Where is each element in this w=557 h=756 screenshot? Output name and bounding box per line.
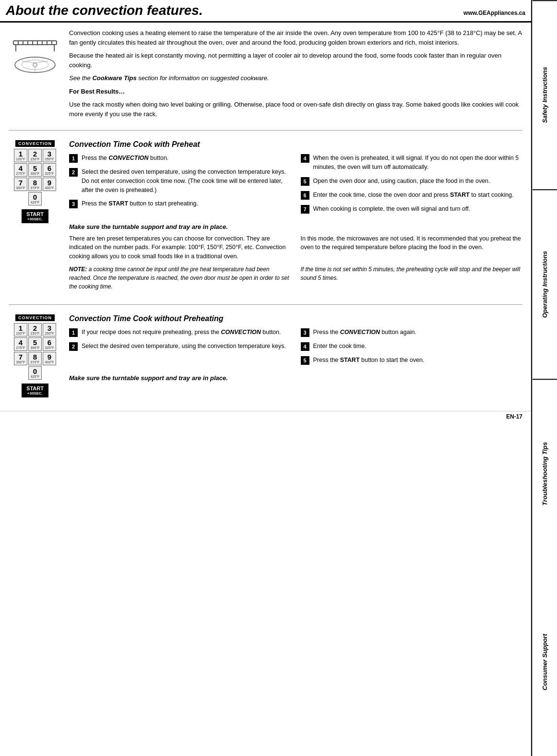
key-0[interactable]: 0 425°F	[28, 192, 42, 205]
convection-label-1: CONVECTION	[15, 140, 55, 147]
key-5[interactable]: 5 300°F	[28, 163, 42, 177]
key2-0[interactable]: 0 425°F	[28, 366, 42, 380]
key-1[interactable]: 1 100°F	[14, 149, 27, 162]
page-number: EN-17	[506, 413, 522, 420]
key2-8[interactable]: 8 375°F	[28, 352, 42, 365]
step2-5: 5 Press the START button to start the ov…	[301, 356, 523, 365]
step-text-5: Open the oven door and, using caution, p…	[313, 177, 523, 186]
start-sub-1: +30SEC.	[26, 217, 44, 221]
key2-2[interactable]: 2 150°F	[28, 323, 42, 336]
for-best-results-text: Use the rack mostly when doing two level…	[69, 100, 522, 119]
note-left-text-1: a cooking time cannot be input until the…	[69, 266, 289, 290]
intro-p2: Because the heated air is kept constantl…	[69, 51, 522, 70]
step-num-1: 1	[69, 154, 78, 163]
step-text-7: When cooking is complete, the oven will …	[313, 204, 523, 214]
right-sidebar: Safety Instructions Operating Instructio…	[532, 0, 557, 756]
step-6: 6 Enter the cook time, close the oven do…	[301, 191, 523, 200]
step-num-7: 7	[301, 205, 309, 214]
content-body: Convection cooking uses a heating elemen…	[0, 23, 531, 407]
key-6[interactable]: 6 325°F	[43, 163, 56, 177]
step2-4: 4 Enter the cook time.	[301, 342, 523, 351]
cookware-tips-note: See the Cookware Tips section for inform…	[69, 73, 522, 83]
steps-col-right-2: 3 Press the CONVECTION button again. 4 E…	[301, 328, 523, 370]
steps-columns-1: 1 Press the CONVECTION button. 2 Select …	[69, 154, 522, 218]
svg-point-13	[33, 63, 37, 67]
key-8[interactable]: 8 375°F	[28, 178, 42, 191]
step-7: 7 When cooking is complete, the oven wil…	[301, 204, 523, 214]
step2-num-5: 5	[301, 356, 309, 365]
key2-4[interactable]: 4 275°F	[14, 337, 27, 351]
page-footer: EN-17	[0, 411, 531, 422]
step-2: 2 Select the desired oven temperature, u…	[69, 168, 291, 194]
step-text-2: Select the desired oven temperature, usi…	[82, 168, 291, 194]
key2-7[interactable]: 7 350°F	[14, 352, 27, 365]
keypad-panel-1: CONVECTION 1 100°F 2 150°F 3	[9, 140, 61, 295]
keypad-panel-2: CONVECTION 1 100°F 2 150°F 3 250°F	[9, 314, 61, 397]
start-label-1: START	[26, 211, 44, 217]
info-col-left-1: There are ten preset temperatures you ca…	[69, 234, 291, 261]
key2-6[interactable]: 6 325°F	[43, 337, 56, 351]
for-best-results-heading: For Best Results…	[69, 87, 522, 96]
note-label-1: NOTE:	[69, 266, 87, 273]
step2-text-2: Select the desired oven temperature, usi…	[82, 342, 291, 351]
steps-columns-2: 1 If your recipe does not require prehea…	[69, 328, 522, 370]
intro-section: Convection cooking uses a heating elemen…	[9, 28, 522, 122]
key-3[interactable]: 3 250°F	[43, 149, 56, 162]
turntable-notice-1: Make sure the turntable support and tray…	[69, 223, 522, 230]
step2-text-1: If your recipe does not require preheati…	[82, 328, 291, 337]
sidebar-troubleshooting: Troubleshooting Tips	[533, 379, 557, 568]
step-text-4: When the oven is preheated, it will sign…	[313, 154, 523, 172]
convection-label-2: CONVECTION	[15, 314, 55, 321]
step-text-6: Enter the cook time, close the oven door…	[313, 191, 523, 200]
step2-num-4: 4	[301, 342, 309, 351]
key2-5[interactable]: 5 300°F	[28, 337, 42, 351]
start-button-1[interactable]: START +30SEC.	[22, 209, 48, 223]
start-label-2: START	[26, 385, 44, 391]
intro-text: Convection cooking uses a heating elemen…	[69, 28, 522, 122]
start-button-2[interactable]: START +30SEC.	[22, 384, 48, 397]
step-1: 1 Press the CONVECTION button.	[69, 154, 291, 163]
step-text-3: Press the START button to start preheati…	[82, 199, 291, 208]
steps-col-right-1: 4 When the oven is preheated, it will si…	[301, 154, 523, 218]
section2-convection: CONVECTION 1 100°F 2 150°F 3 250°F	[9, 311, 522, 401]
step2-text-5: Press the START button to start the oven…	[313, 356, 523, 365]
website-url: www.GEAppliances.ca	[463, 10, 525, 16]
oven-rack-svg	[11, 32, 59, 75]
sidebar-safety: Safety Instructions	[533, 0, 557, 189]
steps-col-left-1: 1 Press the CONVECTION button. 2 Select …	[69, 154, 291, 218]
section-divider-1	[9, 130, 522, 131]
steps-col-left-2: 1 If your recipe does not require prehea…	[69, 328, 291, 370]
step-3: 3 Press the START button to start prehea…	[69, 199, 291, 208]
info-columns-1: There are ten preset temperatures you ca…	[69, 234, 522, 261]
start-sub-2: +30SEC.	[26, 391, 44, 396]
step2-text-3: Press the CONVECTION button again.	[313, 328, 523, 337]
step-4: 4 When the oven is preheated, it will si…	[301, 154, 523, 172]
step2-2: 2 Select the desired oven temperature, u…	[69, 342, 291, 351]
key-7[interactable]: 7 350°F	[14, 178, 27, 191]
key2-9[interactable]: 9 400°F	[43, 352, 56, 365]
step2-text-4: Enter the cook time.	[313, 342, 523, 351]
step2-num-3: 3	[301, 328, 309, 337]
key-2[interactable]: 2 150°F	[28, 149, 42, 162]
sidebar-consumer: Consumer Support	[533, 568, 557, 756]
step-num-4: 4	[301, 154, 309, 163]
step2-num-1: 1	[69, 328, 78, 337]
page-wrapper: About the convection features. www.GEApp…	[0, 0, 557, 756]
svg-rect-0	[13, 41, 57, 45]
key-9[interactable]: 9 400°F	[43, 178, 56, 191]
keypad-grid-1: 1 100°F 2 150°F 3 250°F 4	[14, 149, 56, 205]
keypad-grid-2: 1 100°F 2 150°F 3 250°F 4	[14, 323, 56, 380]
main-content: About the convection features. www.GEApp…	[0, 0, 532, 756]
step2-1: 1 If your recipe does not require prehea…	[69, 328, 291, 337]
svg-line-14	[22, 61, 35, 63]
section2-instructions: Convection Time Cook without Preheating …	[69, 314, 522, 397]
svg-line-15	[35, 61, 48, 63]
key2-1[interactable]: 1 100°F	[14, 323, 27, 336]
key2-3[interactable]: 3 250°F	[43, 323, 56, 336]
page-header: About the convection features. www.GEApp…	[0, 0, 531, 23]
page-title: About the convection features.	[6, 3, 203, 18]
key-4[interactable]: 4 275°F	[14, 163, 27, 177]
step-num-2: 2	[69, 168, 78, 177]
step-text-1: Press the CONVECTION button.	[82, 154, 291, 163]
section-divider-2	[9, 304, 522, 305]
